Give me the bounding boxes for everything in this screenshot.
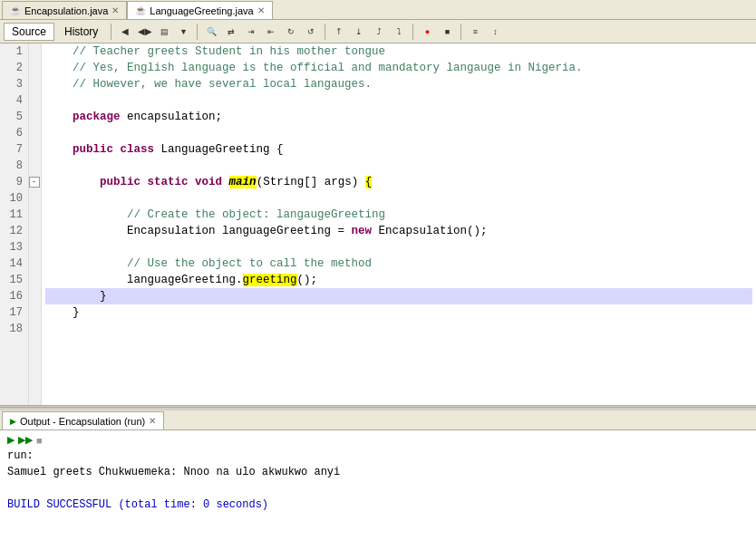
- java-icon-1: ☕: [10, 5, 21, 15]
- source-tab[interactable]: Source: [4, 23, 54, 41]
- gutter-5: [29, 109, 41, 125]
- code-text-3: // However, we have several local langau…: [45, 76, 372, 92]
- toolbar-stop[interactable]: ■: [438, 23, 456, 41]
- code-text-9: public static void main(String[] args) {: [45, 174, 372, 190]
- separator-2: [197, 24, 198, 40]
- toolbar-icon-2[interactable]: ▼: [174, 23, 192, 41]
- editor-wrapper: ☕ Encapsulation.java ✕ ☕ LanguageGreetin…: [0, 0, 756, 405]
- lnum-17: 17: [5, 304, 23, 321]
- gutter-2: [29, 60, 41, 76]
- separator-1: [111, 24, 111, 40]
- gutter-1: [29, 43, 41, 60]
- output-controls: ▶ ▶▶ ■: [7, 434, 749, 446]
- tab-close-2[interactable]: ✕: [257, 5, 265, 15]
- history-tab[interactable]: History: [56, 23, 106, 41]
- code-text-11: // Create the object: langaugeGreeting: [45, 207, 385, 223]
- gutter-6: [29, 125, 41, 141]
- step-button[interactable]: ▶▶: [18, 434, 33, 446]
- back-button[interactable]: ◀: [116, 23, 134, 41]
- output-line-2: Samuel greets Chukwuemeka: Nnoo na ulo a…: [7, 464, 749, 480]
- gutter-14: [29, 256, 41, 272]
- toolbar-icon-12[interactable]: ●: [418, 23, 436, 41]
- code-line-4: [45, 92, 752, 109]
- output-line-1: run:: [7, 448, 749, 464]
- code-line-1: // Teacher greets Student in his mother …: [45, 43, 752, 60]
- output-area[interactable]: ▶ ▶▶ ■ run: Samuel greets Chukwuemeka: N…: [0, 430, 756, 550]
- toolbar-search[interactable]: 🔍: [202, 23, 220, 41]
- code-line-15: languageGreeting.greeting();: [45, 272, 752, 288]
- toolbar-icon-6[interactable]: ↻: [282, 23, 300, 41]
- lnum-14: 14: [5, 256, 23, 272]
- toolbar-icon-7[interactable]: ↺: [302, 23, 320, 41]
- output-line-3: [7, 480, 749, 497]
- code-line-3: // However, we have several local langau…: [45, 76, 752, 92]
- lnum-15: 15: [5, 272, 23, 288]
- gutter-11: [29, 207, 41, 223]
- tab-bar: ☕ Encapsulation.java ✕ ☕ LanguageGreetin…: [0, 0, 756, 20]
- code-line-2: // Yes, English language is the official…: [45, 60, 752, 76]
- output-tab-close[interactable]: ✕: [149, 416, 156, 426]
- code-line-16: }: [45, 288, 752, 304]
- gutter-7: [29, 141, 41, 158]
- gutter-8: [29, 158, 41, 174]
- toolbar-icon-10[interactable]: ⤴: [370, 23, 388, 41]
- lnum-3: 3: [5, 76, 23, 92]
- lnum-5: 5: [5, 109, 23, 125]
- java-icon-2: ☕: [135, 5, 146, 15]
- stop-button[interactable]: ■: [36, 435, 43, 446]
- gutter-16: [29, 288, 41, 304]
- bottom-tab-bar: ▶ Output - Encapsulation (run) ✕: [0, 410, 756, 430]
- fold-gutter: -: [29, 43, 42, 405]
- code-text-2: // Yes, English language is the official…: [45, 60, 583, 76]
- separator-4: [412, 24, 413, 40]
- toolbar-icon-8[interactable]: ⤒: [330, 23, 348, 41]
- toolbar: Source History ◀ ◀▶ ▤ ▼ 🔍 ⇄ ⇥ ⇤ ↻ ↺ ⤒ ⤓ …: [0, 20, 756, 43]
- code-line-13: [45, 239, 752, 256]
- lnum-12: 12: [5, 223, 23, 239]
- fold-icon-9[interactable]: -: [29, 177, 40, 188]
- gutter-18: [29, 321, 41, 337]
- separator-5: [460, 24, 461, 40]
- lnum-6: 6: [5, 125, 23, 141]
- toolbar-icon-14[interactable]: ↕: [486, 23, 504, 41]
- gutter-4: [29, 92, 41, 109]
- lnum-8: 8: [5, 158, 23, 174]
- forward-button[interactable]: ◀▶: [136, 23, 154, 41]
- toolbar-icon-11[interactable]: ⤵: [390, 23, 408, 41]
- output-tab[interactable]: ▶ Output - Encapsulation (run) ✕: [2, 411, 164, 429]
- lnum-9: 9: [5, 174, 23, 190]
- code-line-14: // Use the object to call the method: [45, 256, 752, 272]
- lnum-11: 11: [5, 207, 23, 223]
- code-line-18: [45, 321, 752, 337]
- run-button[interactable]: ▶: [7, 434, 15, 446]
- toolbar-icon-4[interactable]: ⇥: [242, 23, 260, 41]
- code-text-5: package encapsulation;: [45, 109, 222, 125]
- tab-language-greeting[interactable]: ☕ LanguageGreeting.java ✕: [127, 1, 272, 19]
- code-line-6: [45, 125, 752, 141]
- gutter-9[interactable]: -: [29, 174, 41, 190]
- lnum-16: 16: [5, 288, 23, 304]
- code-content[interactable]: // Teacher greets Student in his mother …: [42, 43, 756, 405]
- main-wrapper: ☕ Encapsulation.java ✕ ☕ LanguageGreetin…: [0, 0, 756, 550]
- gutter-3: [29, 76, 41, 92]
- lnum-7: 7: [5, 141, 23, 158]
- toolbar-icon-3[interactable]: ⇄: [222, 23, 240, 41]
- output-run-icon: ▶: [10, 417, 16, 426]
- gutter-10: [29, 190, 41, 207]
- code-line-10: [45, 190, 752, 207]
- code-line-9: public static void main(String[] args) {: [45, 174, 752, 190]
- tab-close-1[interactable]: ✕: [111, 5, 119, 15]
- lnum-10: 10: [5, 190, 23, 207]
- toolbar-icon-5[interactable]: ⇤: [262, 23, 280, 41]
- tab-encapsulation[interactable]: ☕ Encapsulation.java ✕: [2, 1, 127, 19]
- code-text-12: Encapsulation languageGreeting = new Enc…: [45, 223, 488, 239]
- toolbar-icon-13[interactable]: ≡: [466, 23, 484, 41]
- code-text-16: }: [45, 288, 107, 304]
- code-text-14: // Use the object to call the method: [45, 256, 372, 272]
- toolbar-icon-1[interactable]: ▤: [156, 23, 172, 41]
- toolbar-icon-9[interactable]: ⤓: [350, 23, 368, 41]
- code-line-5: package encapsulation;: [45, 109, 752, 125]
- code-editor: 1 2 3 4 5 6 7 8 9 10 11 12 13 14 15 16 1…: [0, 43, 756, 405]
- code-line-12: Encapsulation languageGreeting = new Enc…: [45, 223, 752, 239]
- gutter-13: [29, 239, 41, 256]
